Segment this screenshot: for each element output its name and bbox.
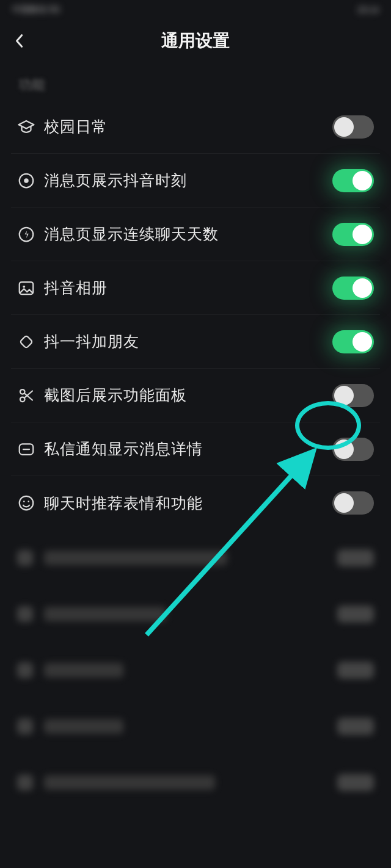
blurred-row-0 [11, 530, 380, 586]
blurred-icon [17, 550, 44, 566]
settings-row-3: 抖音相册 [11, 261, 380, 315]
settings-row-label: 截图后展示功能面板 [44, 385, 332, 405]
status-bar: 中国移动 5G 23:14 [0, 0, 391, 20]
bolt-circle-icon [17, 225, 44, 244]
settings-toggle-2[interactable] [332, 223, 374, 246]
blurred-row-1 [11, 586, 380, 642]
svg-point-12 [20, 496, 34, 510]
smiley-icon [17, 494, 44, 512]
settings-row-label: 消息页显示连续聊天天数 [44, 224, 332, 244]
back-button[interactable] [13, 32, 24, 50]
settings-row-7: 聊天时推荐表情和功能 [11, 476, 380, 530]
blurred-control [337, 662, 374, 679]
settings-row-label: 聊天时推荐表情和功能 [44, 493, 332, 513]
settings-toggle-5[interactable] [332, 384, 374, 407]
settings-toggle-7[interactable] [332, 491, 374, 515]
svg-rect-5 [20, 335, 32, 348]
settings-toggle-0[interactable] [332, 115, 374, 139]
rotate-square-icon [17, 333, 44, 351]
svg-point-4 [23, 285, 25, 288]
settings-row-5: 截图后展示功能面板 [11, 369, 380, 422]
svg-point-14 [28, 501, 30, 502]
status-left: 中国移动 5G [12, 4, 60, 15]
message-icon [17, 440, 44, 458]
blurred-label [44, 607, 166, 621]
settings-toggle-3[interactable] [332, 277, 374, 300]
settings-row-label: 校园日常 [44, 117, 332, 137]
settings-row-1: 消息页展示抖音时刻 [11, 154, 380, 208]
blurred-icon [17, 662, 44, 678]
settings-row-label: 抖一抖加朋友 [44, 331, 332, 352]
settings-row-0: 校园日常 [11, 100, 380, 154]
header: 通用设置 [0, 20, 391, 62]
settings-row-label: 消息页展示抖音时刻 [44, 170, 332, 190]
blurred-control [337, 774, 374, 791]
blurred-label [44, 551, 227, 565]
settings-row-4: 抖一抖加朋友 [11, 315, 380, 369]
grad-cap-icon [17, 118, 44, 136]
status-right: 23:14 [357, 5, 379, 15]
blurred-row-3 [11, 698, 380, 754]
blurred-label [44, 663, 123, 678]
image-icon [17, 279, 44, 297]
svg-point-1 [24, 178, 29, 183]
settings-toggle-6[interactable] [332, 438, 374, 461]
blurred-label [44, 719, 123, 734]
svg-point-13 [23, 501, 25, 502]
settings-row-label: 抖音相册 [44, 278, 332, 298]
target-icon [17, 172, 44, 190]
blurred-settings-list [0, 530, 391, 811]
scissors-icon [17, 386, 44, 405]
blurred-row-2 [11, 642, 380, 698]
settings-row-label: 私信通知显示消息详情 [44, 439, 332, 459]
settings-list: 校园日常消息页展示抖音时刻消息页显示连续聊天天数抖音相册抖一抖加朋友截图后展示功… [0, 100, 391, 530]
blurred-icon [17, 775, 44, 790]
blurred-row-4 [11, 754, 380, 811]
blurred-icon [17, 606, 44, 622]
settings-row-2: 消息页显示连续聊天天数 [11, 208, 380, 261]
blurred-control [337, 718, 374, 735]
svg-rect-3 [20, 282, 34, 294]
page-title: 通用设置 [161, 29, 230, 52]
settings-row-6: 私信通知显示消息详情 [11, 422, 380, 476]
blurred-control [337, 606, 374, 623]
settings-toggle-1[interactable] [332, 169, 374, 192]
blurred-control [337, 549, 374, 566]
blurred-icon [17, 718, 44, 734]
section-label: 功能 [0, 62, 391, 100]
settings-toggle-4[interactable] [332, 330, 374, 353]
blurred-label [44, 775, 215, 790]
